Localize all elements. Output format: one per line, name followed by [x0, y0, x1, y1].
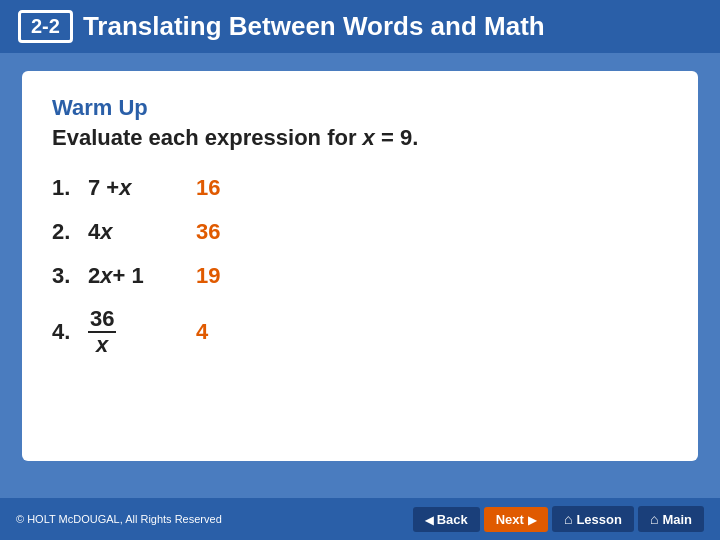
fraction-denominator: x	[94, 333, 110, 357]
problems-list: 1. 7 + x 16 2. 4x 36 3. 2x + 1 19 4. 36 …	[52, 175, 668, 357]
main-label: Main	[662, 512, 692, 527]
problem-answer-3: 19	[196, 263, 220, 289]
problem-answer-1: 16	[196, 175, 220, 201]
lesson-badge: 2-2	[18, 10, 73, 43]
problem-number-3: 3.	[52, 263, 88, 289]
warm-up-label: Warm Up	[52, 95, 668, 121]
main-home-icon	[650, 511, 658, 527]
problem-number-4: 4.	[52, 319, 88, 345]
next-arrow-icon	[528, 512, 536, 527]
table-row: 3. 2x + 1 19	[52, 263, 668, 289]
problem-expr-4: 36 x	[88, 307, 188, 357]
back-label: Back	[437, 512, 468, 527]
problem-expr-3: 2x + 1	[88, 263, 188, 289]
problem-expr-2: 4x	[88, 219, 188, 245]
footer-nav: Back Next Lesson Main	[413, 506, 704, 532]
lesson-button[interactable]: Lesson	[552, 506, 634, 532]
header-title: Translating Between Words and Math	[83, 11, 545, 42]
problem-answer-4: 4	[196, 319, 208, 345]
problem-answer-2: 36	[196, 219, 220, 245]
next-label: Next	[496, 512, 524, 527]
back-button[interactable]: Back	[413, 507, 480, 532]
back-arrow-icon	[425, 512, 433, 527]
main-content: Warm Up Evaluate each expression for x =…	[22, 71, 698, 461]
lesson-home-icon	[564, 511, 572, 527]
table-row: 1. 7 + x 16	[52, 175, 668, 201]
problem-number-2: 2.	[52, 219, 88, 245]
table-row: 4. 36 x 4	[52, 307, 668, 357]
main-button[interactable]: Main	[638, 506, 704, 532]
subtitle: Evaluate each expression for x = 9.	[52, 125, 668, 151]
fraction-36-x: 36 x	[88, 307, 116, 357]
table-row: 2. 4x 36	[52, 219, 668, 245]
problem-expr-1: 7 + x	[88, 175, 188, 201]
header: 2-2 Translating Between Words and Math	[0, 0, 720, 53]
footer: © HOLT McDOUGAL, All Rights Reserved Bac…	[0, 498, 720, 540]
lesson-label: Lesson	[576, 512, 622, 527]
problem-number-1: 1.	[52, 175, 88, 201]
copyright-text: © HOLT McDOUGAL, All Rights Reserved	[16, 513, 222, 525]
next-button[interactable]: Next	[484, 507, 548, 532]
fraction-numerator: 36	[88, 307, 116, 333]
subtitle-text: Evaluate each expression for x = 9.	[52, 125, 418, 150]
